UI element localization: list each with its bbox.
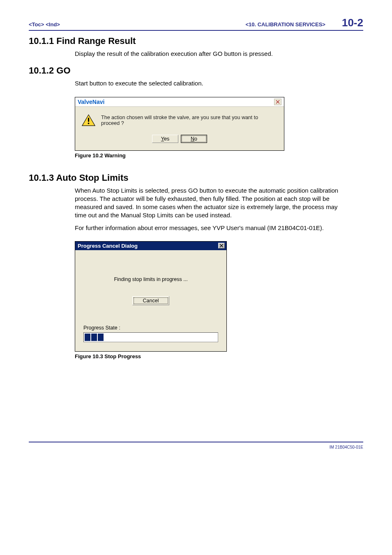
figure-10-3-caption: Figure 10.3 Stop Progress: [75, 353, 363, 359]
ind-link[interactable]: <Ind>: [46, 21, 60, 28]
header-nav: <Toc> <Ind>: [29, 21, 60, 28]
page-header: <Toc> <Ind> <10. CALIBRATION SERVICES> 1…: [29, 16, 363, 31]
progress-segment: [85, 334, 90, 341]
yes-button[interactable]: Yes: [152, 135, 178, 143]
progress-dialog-message: Finding stop limits in progress ...: [83, 276, 218, 282]
progress-segment: [91, 334, 97, 341]
footer-doc-id: IM 21B04C50-01E: [330, 445, 363, 449]
progress-bar: [83, 332, 218, 342]
section-10-1-3-title: 10.1.3 Auto Stop Limits: [29, 173, 363, 183]
svg-point-4: [88, 122, 90, 124]
progress-dialog-titlebar: Progress Cancel Dialog: [75, 242, 226, 250]
progress-segment: [98, 334, 104, 341]
section-10-1-1-body: Display the result of the calibration ex…: [75, 50, 347, 58]
warning-dialog-titlebar: ValveNavi: [75, 97, 284, 107]
progress-state-label: Progress State :: [83, 325, 218, 331]
progress-dialog-title: Progress Cancel Dialog: [78, 243, 138, 249]
page-footer: IM 21B04C50-01E: [29, 442, 363, 449]
progress-dialog: Progress Cancel Dialog Finding stop limi…: [75, 241, 227, 352]
no-button[interactable]: No: [181, 135, 207, 143]
close-icon[interactable]: [274, 99, 281, 105]
section-10-1-2-body: Start button to execute the selected cal…: [75, 79, 347, 88]
warning-dialog-title: ValveNavi: [78, 99, 104, 105]
figure-10-2-caption: Figure 10.2 Warning: [75, 152, 363, 159]
section-10-1-1-title: 10.1.1 Find Range Result: [29, 36, 363, 46]
section-10-1-3-body-1: When Auto Stop Limits is selected, press…: [75, 187, 347, 220]
header-page-number: 10-2: [342, 16, 363, 29]
section-10-1-2-title: 10.1.2 GO: [29, 65, 363, 76]
section-10-1-3-body-2: For further information about error mess…: [75, 224, 347, 232]
cancel-button[interactable]: Cancel: [132, 296, 169, 305]
warning-icon: [82, 114, 95, 127]
svg-rect-3: [88, 117, 89, 122]
toc-link[interactable]: <Toc>: [29, 21, 44, 28]
warning-dialog-message: The action chosen will stroke the valve,…: [101, 115, 277, 126]
header-section-label: <10. CALIBRATION SERVICES>: [245, 21, 325, 28]
close-icon[interactable]: [218, 243, 225, 249]
warning-dialog: ValveNavi The action chosen will stroke …: [75, 97, 284, 151]
